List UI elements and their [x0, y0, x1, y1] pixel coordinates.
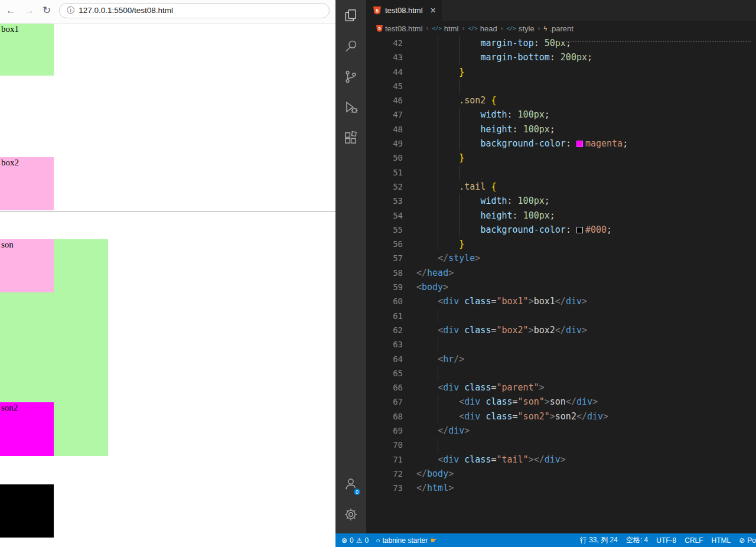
breadcrumb-item[interactable]: </>head	[468, 24, 497, 33]
line-number[interactable]: 44	[366, 65, 403, 79]
statusbar-item[interactable]: UTF-8	[656, 536, 676, 545]
code-line[interactable]: 46 .son2 {	[366, 93, 756, 108]
line-number[interactable]: 60	[366, 294, 403, 308]
line-number[interactable]: 66	[366, 380, 403, 395]
code-line[interactable]: 73</html>	[366, 481, 756, 495]
breadcrumb-item[interactable]: ϟ.parent	[544, 24, 573, 33]
line-content	[416, 366, 756, 380]
tabnine-status[interactable]: ○ tabnine starter ☛	[376, 536, 437, 545]
breadcrumb-item[interactable]: </>html	[432, 24, 459, 33]
line-number[interactable]: 64	[366, 352, 403, 366]
line-number[interactable]: 50	[366, 151, 403, 165]
address-bar[interactable]: ⓘ 127.0.0.1:5500/test08.html	[59, 3, 330, 18]
code-line[interactable]: 67 <div class="son">son</div>	[366, 395, 756, 409]
line-number[interactable]: 65	[366, 366, 403, 380]
line-number[interactable]: 72	[366, 467, 403, 481]
code-line[interactable]: 66 <div class="parent">	[366, 380, 756, 395]
breadcrumb-item[interactable]: 5test08.html	[376, 24, 423, 33]
line-number[interactable]: 63	[366, 337, 403, 351]
indent-guide	[438, 136, 438, 151]
run-debug-icon[interactable]	[335, 92, 366, 123]
line-number[interactable]: 73	[366, 481, 403, 495]
statusbar-item[interactable]: ⊘Po	[739, 536, 756, 545]
tab-close-icon[interactable]: ×	[431, 5, 436, 16]
line-number[interactable]: 61	[366, 309, 403, 323]
breadcrumb-item[interactable]: </>style	[507, 24, 535, 33]
code-line[interactable]: 57 </style>	[366, 251, 756, 265]
code-line[interactable]: 45	[366, 79, 756, 93]
code-line[interactable]: 58</head>	[366, 266, 756, 280]
code-line[interactable]: 70	[366, 438, 756, 452]
code-line[interactable]: 47 width: 100px;	[366, 108, 756, 122]
extensions-icon[interactable]	[335, 123, 366, 154]
line-number[interactable]: 54	[366, 209, 403, 223]
settings-gear-icon[interactable]	[335, 499, 366, 530]
code-line[interactable]: 55 background-color: #000;	[366, 223, 756, 237]
line-number[interactable]: 71	[366, 452, 403, 467]
code-line[interactable]: 50 }	[366, 151, 756, 165]
code-line[interactable]: 60 <div class="box1">box1</div>	[366, 294, 756, 308]
back-icon[interactable]: ←	[6, 5, 16, 15]
statusbar-item[interactable]: CRLF	[685, 536, 703, 545]
line-number[interactable]: 42	[366, 36, 403, 50]
code-line[interactable]: 53 width: 100px;	[366, 194, 756, 208]
code-line[interactable]: 61	[366, 309, 756, 323]
code-line[interactable]: 54 height: 100px;	[366, 209, 756, 223]
line-number[interactable]: 51	[366, 165, 403, 180]
code-line[interactable]: 65	[366, 366, 756, 380]
code-line[interactable]: 43 margin-bottom: 200px;	[366, 50, 756, 64]
line-number[interactable]: 68	[366, 409, 403, 424]
line-number[interactable]: 49	[366, 136, 403, 151]
color-swatch[interactable]	[576, 141, 583, 147]
code-line[interactable]: 48 height: 100px;	[366, 122, 756, 136]
code-line[interactable]: 63	[366, 337, 756, 351]
code-line[interactable]: 42 margin-top: 50px;	[366, 36, 756, 50]
line-number[interactable]: 45	[366, 79, 403, 93]
code-line[interactable]: 59<body>	[366, 280, 756, 294]
line-number[interactable]: 56	[366, 237, 403, 251]
problems-status[interactable]: ⊗ 0 ⚠ 0	[341, 536, 369, 545]
line-number[interactable]: 48	[366, 122, 403, 136]
code-line[interactable]: 49 background-color: magenta;	[366, 136, 756, 151]
code-line[interactable]: 52 .tail {	[366, 180, 756, 194]
line-number[interactable]: 43	[366, 50, 403, 64]
line-number[interactable]: 55	[366, 223, 403, 237]
code-line[interactable]: 56 }	[366, 237, 756, 251]
line-number[interactable]: 52	[366, 180, 403, 194]
explorer-icon[interactable]	[335, 0, 366, 31]
line-number[interactable]: 70	[366, 438, 403, 452]
code-line[interactable]: 44 }	[366, 65, 756, 79]
tab-test08[interactable]: 5 test08.html ×	[366, 0, 442, 21]
page-viewport: box1 box2 son son2	[0, 24, 335, 547]
line-number[interactable]: 47	[366, 108, 403, 122]
code-line[interactable]: 51	[366, 165, 756, 180]
line-number[interactable]: 46	[366, 93, 403, 108]
code-line[interactable]: 64 <hr/>	[366, 352, 756, 366]
statusbar-item[interactable]: 空格: 4	[626, 535, 648, 545]
search-icon[interactable]	[335, 31, 366, 61]
line-content: <div class="box2">box2</div>	[416, 323, 756, 337]
line-number[interactable]: 67	[366, 395, 403, 409]
site-info-icon[interactable]: ⓘ	[67, 5, 74, 16]
line-content: width: 100px;	[416, 108, 756, 122]
account-icon[interactable]: 0	[335, 468, 366, 499]
source-control-icon[interactable]	[335, 61, 366, 92]
line-number[interactable]: 57	[366, 251, 403, 265]
line-number[interactable]: 53	[366, 194, 403, 208]
line-number[interactable]: 59	[366, 280, 403, 294]
forward-icon[interactable]: →	[24, 5, 34, 15]
code-line[interactable]: 72</body>	[366, 467, 756, 481]
code-line[interactable]: 62 <div class="box2">box2</div>	[366, 323, 756, 337]
line-number[interactable]: 58	[366, 266, 403, 280]
line-number[interactable]: 62	[366, 323, 403, 337]
color-swatch[interactable]	[576, 227, 583, 233]
indent-guide	[459, 223, 460, 237]
statusbar-item[interactable]: HTML	[712, 536, 731, 545]
code-line[interactable]: 69 </div>	[366, 424, 756, 438]
reload-icon[interactable]: ↻	[43, 5, 51, 15]
element-symbol-icon: </>	[468, 25, 477, 31]
code-line[interactable]: 68 <div class="son2">son2</div>	[366, 409, 756, 424]
code-line[interactable]: 71 <div class="tail"></div>	[366, 452, 756, 467]
line-number[interactable]: 69	[366, 424, 403, 438]
statusbar-item[interactable]: 行 33, 列 24	[580, 535, 618, 545]
